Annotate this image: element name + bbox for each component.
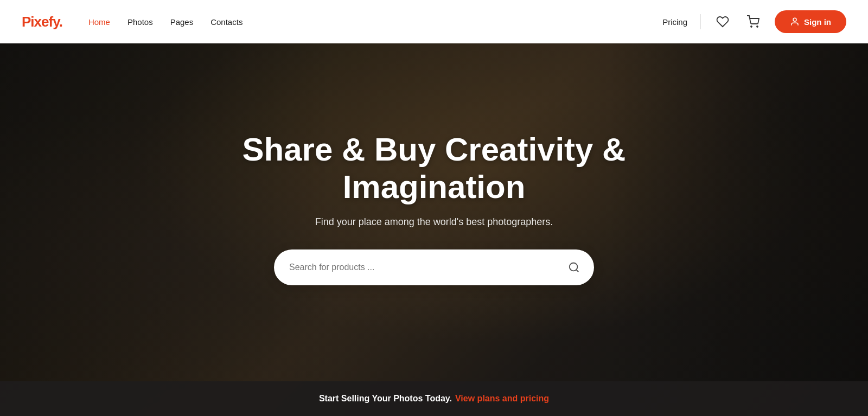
- hero-section: Share & Buy Creativity & Imagination Fin…: [0, 0, 868, 416]
- cart-icon: [746, 15, 760, 28]
- nav-pricing[interactable]: Pricing: [662, 17, 687, 27]
- search-input[interactable]: [289, 263, 565, 272]
- logo-dot: .: [59, 14, 62, 30]
- search-button[interactable]: [565, 258, 583, 277]
- svg-point-3: [570, 263, 578, 271]
- hero-bottom-bar: Start Selling Your Photos Today. View pl…: [0, 381, 868, 416]
- svg-point-1: [757, 26, 758, 27]
- svg-line-4: [576, 270, 578, 272]
- user-icon: [790, 17, 800, 27]
- search-bar: [274, 249, 594, 285]
- navbar: Pixefy. Home Photos Pages Contacts Prici…: [0, 0, 868, 43]
- sign-in-button[interactable]: Sign in: [775, 10, 846, 33]
- signin-label: Sign in: [804, 17, 831, 27]
- nav-home[interactable]: Home: [88, 17, 110, 27]
- nav-pages[interactable]: Pages: [170, 17, 194, 27]
- cart-button[interactable]: [744, 13, 762, 30]
- svg-point-2: [793, 18, 796, 21]
- nav-links: Home Photos Pages Contacts: [88, 17, 662, 27]
- hero-subtitle: Find your place among the world's best p…: [201, 216, 667, 228]
- hero-content: Share & Buy Creativity & Imagination Fin…: [190, 131, 678, 285]
- logo[interactable]: Pixefy.: [22, 14, 62, 30]
- svg-point-0: [751, 26, 752, 27]
- nav-divider: [700, 14, 701, 29]
- search-icon: [568, 261, 580, 273]
- bottom-static-text: Start Selling Your Photos Today.: [319, 394, 452, 404]
- bottom-link[interactable]: View plans and pricing: [455, 394, 549, 404]
- nav-contacts[interactable]: Contacts: [210, 17, 242, 27]
- navbar-right: Pricing Sign in: [662, 10, 846, 33]
- wishlist-button[interactable]: [714, 13, 731, 30]
- heart-icon: [716, 15, 729, 28]
- hero-title: Share & Buy Creativity & Imagination: [201, 131, 667, 206]
- logo-text: Pixefy: [22, 14, 59, 30]
- nav-photos[interactable]: Photos: [127, 17, 153, 27]
